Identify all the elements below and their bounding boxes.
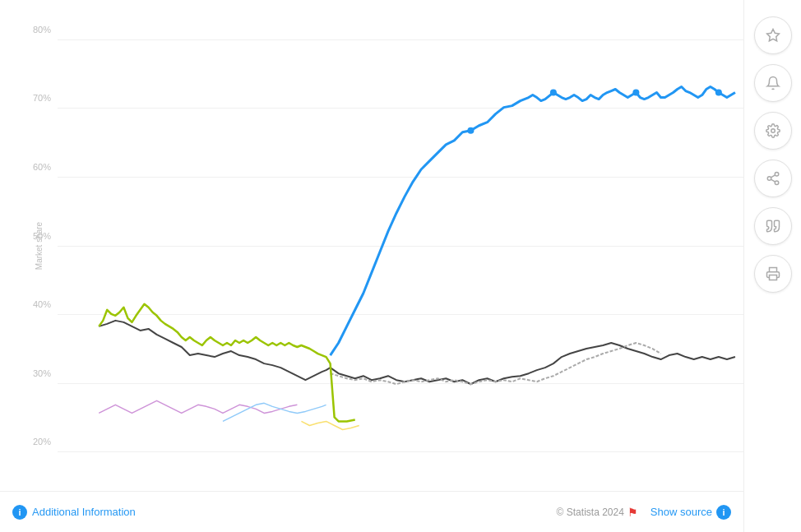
svg-point-3 xyxy=(767,177,771,181)
share-button[interactable] xyxy=(754,160,792,197)
yellow-line xyxy=(301,421,359,429)
dark-gray-line xyxy=(99,321,735,384)
y-label-30: 30% xyxy=(33,368,51,378)
y-label-60: 60% xyxy=(33,162,51,172)
sidebar xyxy=(743,0,801,532)
purple-line xyxy=(99,400,297,413)
green-line xyxy=(99,304,354,422)
additional-info-label: Additional Information xyxy=(32,506,136,518)
y-axis: 80% 70% 60% 50% 40% 30% 20% Market share xyxy=(0,0,58,491)
favorite-button[interactable] xyxy=(754,16,792,54)
quote-button[interactable] xyxy=(754,207,792,245)
show-source-section[interactable]: Show source i xyxy=(651,505,731,520)
y-label-20: 20% xyxy=(33,437,51,446)
blue-dot xyxy=(632,90,639,96)
svg-marker-0 xyxy=(766,30,779,41)
blue-line xyxy=(331,87,735,356)
settings-button[interactable] xyxy=(754,112,792,150)
y-axis-title: Market share xyxy=(35,221,44,269)
chart-svg xyxy=(58,0,743,471)
y-label-40: 40% xyxy=(33,299,51,309)
svg-rect-7 xyxy=(769,275,776,280)
chart-area: 80% 70% 60% 50% 40% 30% 20% Market share xyxy=(0,0,743,491)
show-source-label: Show source xyxy=(651,506,712,518)
blue-dot xyxy=(467,127,474,134)
show-source-icon: i xyxy=(716,505,731,520)
statista-flag-icon: ⚑ xyxy=(627,506,638,519)
blue-dot xyxy=(550,90,557,96)
y-label-80: 80% xyxy=(33,25,51,35)
statista-text: © Statista 2024 xyxy=(557,507,624,518)
svg-point-2 xyxy=(775,173,779,177)
blue-dot xyxy=(715,90,722,96)
y-label-70: 70% xyxy=(33,93,51,103)
svg-line-5 xyxy=(771,179,775,182)
svg-line-6 xyxy=(771,175,775,178)
main-container: 80% 70% 60% 50% 40% 30% 20% Market share xyxy=(0,0,801,532)
additional-info-section[interactable]: i Additional Information xyxy=(12,505,136,520)
info-icon: i xyxy=(12,505,27,520)
notification-button[interactable] xyxy=(754,64,792,102)
statista-badge: © Statista 2024 ⚑ xyxy=(557,506,638,519)
svg-point-1 xyxy=(771,129,775,133)
svg-point-4 xyxy=(775,181,779,185)
footer: i Additional Information © Statista 2024… xyxy=(0,491,743,532)
print-button[interactable] xyxy=(754,255,792,293)
